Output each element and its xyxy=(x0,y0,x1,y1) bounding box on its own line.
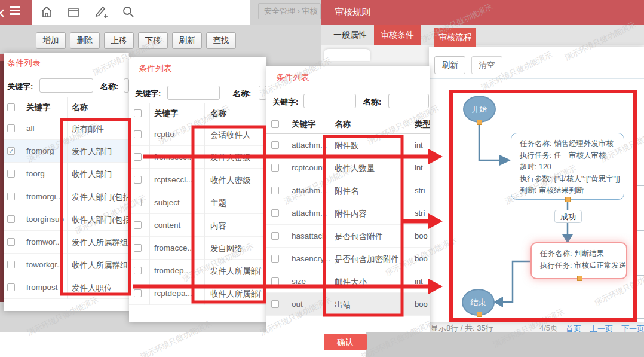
panel3-name-input[interactable] xyxy=(388,94,429,108)
flow-clear-button[interactable]: 清空 xyxy=(471,56,502,74)
start-node-handle[interactable] xyxy=(477,120,482,125)
confirm-button[interactable]: 确认 xyxy=(324,334,367,350)
toolbar-button-2[interactable]: 删除 xyxy=(70,32,100,49)
row-checkbox[interactable] xyxy=(271,187,279,194)
row-key: fromorgi... xyxy=(26,192,63,201)
table-row[interactable]: attachm...附件数int xyxy=(266,134,430,157)
task1-node-handle[interactable] xyxy=(565,197,571,202)
row-key: attachm... xyxy=(292,186,327,195)
flow-task1-node[interactable]: 任务名称: 销售经理外发审核执行任务: 任一审核人审核超时: 120执行参数: … xyxy=(511,133,624,200)
select-all-checkbox[interactable] xyxy=(271,120,279,128)
table-row[interactable]: toworkgr...收件人所属群组 xyxy=(4,254,129,276)
row-checkbox[interactable] xyxy=(7,261,15,268)
table-row[interactable]: frompost发件人职位 xyxy=(4,276,129,299)
flow-connectors xyxy=(429,78,644,322)
row-checkbox[interactable] xyxy=(7,283,15,291)
tab-audit-conditions[interactable]: 审核条件 xyxy=(374,25,421,45)
table-row[interactable]: ✓fromorg发件人部门 xyxy=(4,140,129,163)
flow-task2-node[interactable]: 任务名称: 判断结果执行任务: 审核后正常发送 xyxy=(530,242,627,279)
panel1-name-label: 名称: xyxy=(100,81,118,92)
column-divider xyxy=(149,103,150,305)
toolbar-button-5[interactable]: 刷新 xyxy=(172,32,202,49)
row-checkbox[interactable] xyxy=(271,164,279,172)
row-checkbox[interactable] xyxy=(271,141,279,149)
table-row[interactable]: fromwor...发件人所属群组 xyxy=(4,231,129,254)
column-header: 关键字 xyxy=(292,119,316,130)
select-all-checkbox[interactable] xyxy=(7,103,15,111)
row-checkbox[interactable] xyxy=(271,300,279,308)
table-row[interactable]: all所有邮件 xyxy=(4,117,129,140)
row-checkbox[interactable] xyxy=(7,124,15,132)
panel2-name-input[interactable] xyxy=(259,86,266,100)
flow-node-text: 执行任务: 任一审核人审核 xyxy=(520,150,615,162)
panel2-keyword-input[interactable] xyxy=(167,86,220,100)
flow-start-node[interactable]: 开始 xyxy=(463,96,496,123)
row-name: 附件名 xyxy=(335,186,359,197)
tab-general[interactable]: 一般属性 xyxy=(329,25,372,45)
end-node-handle[interactable] xyxy=(477,312,482,317)
tab-audit-flow[interactable]: 审核流程 xyxy=(434,28,476,47)
row-checkbox[interactable] xyxy=(271,232,279,240)
toolbar-button-4[interactable]: 下移 xyxy=(138,32,168,49)
row-checkbox[interactable] xyxy=(7,238,15,246)
table-row[interactable]: out出站boo xyxy=(266,293,430,316)
table-row[interactable]: attachm...附件内容stri xyxy=(266,202,430,225)
table-row[interactable]: size邮件大小int xyxy=(266,270,430,293)
table-row[interactable]: hasattach是否包含附件boo xyxy=(266,225,430,248)
column-header: 关键字 xyxy=(154,108,179,119)
row-checkbox[interactable] xyxy=(134,267,142,274)
row-checkbox[interactable] xyxy=(134,289,142,297)
table-row[interactable]: toorginsub收件人部门(包括 xyxy=(4,208,129,231)
row-name: 收件人所属部门 xyxy=(210,289,266,300)
table-row[interactable]: rcptcount收件人数量int xyxy=(266,157,430,179)
row-name: 是否包含附件 xyxy=(335,231,383,242)
toolbar-button-1[interactable]: 增加 xyxy=(36,32,66,49)
row-checkbox[interactable] xyxy=(7,170,15,178)
row-type: boo xyxy=(415,300,428,309)
search-icon[interactable] xyxy=(121,5,136,19)
row-key: attachm... xyxy=(292,141,327,149)
select-all-checkbox[interactable] xyxy=(134,109,142,117)
row-checkbox[interactable] xyxy=(134,221,142,229)
table-row[interactable]: hasencry...是否包含加密附件boo xyxy=(266,248,430,270)
table-row[interactable]: fromorgi...发件人部门(包括 xyxy=(4,185,129,208)
row-checkbox[interactable] xyxy=(7,215,15,223)
toolbar-button-6[interactable]: 查找 xyxy=(206,32,236,49)
row-checkbox[interactable] xyxy=(271,255,279,263)
panel1-keyword-input[interactable] xyxy=(39,78,93,93)
table-row[interactable]: attachm...附件名stri xyxy=(266,179,430,202)
task2-node-handle[interactable] xyxy=(577,276,582,281)
compose-icon[interactable] xyxy=(93,4,109,20)
table-row[interactable]: toorg收件人部门 xyxy=(4,163,129,185)
row-checkbox[interactable] xyxy=(134,153,142,161)
row-type: stri xyxy=(415,186,425,195)
row-type: stri xyxy=(415,209,425,218)
row-checkbox[interactable] xyxy=(271,209,279,217)
row-type: int xyxy=(415,277,423,286)
column-divider xyxy=(410,114,410,316)
row-checkbox[interactable] xyxy=(134,176,142,184)
column-divider xyxy=(204,103,205,305)
row-checkbox[interactable] xyxy=(7,193,15,200)
dialog-header[interactable]: 审核规则 xyxy=(321,0,644,25)
panel1-name-input[interactable] xyxy=(124,78,129,93)
flow-refresh-button[interactable]: 刷新 xyxy=(434,56,465,74)
row-checkbox[interactable] xyxy=(271,277,279,285)
window-icon[interactable] xyxy=(66,5,81,20)
row-checkbox[interactable] xyxy=(134,199,142,206)
column-divider xyxy=(67,97,68,299)
column-divider xyxy=(286,114,286,316)
row-key: rcptdepa... xyxy=(154,289,192,298)
panel3-keyword-input[interactable] xyxy=(303,94,356,108)
row-checkbox[interactable] xyxy=(134,130,142,138)
home-icon[interactable] xyxy=(39,5,54,19)
row-key: toorg xyxy=(26,169,45,178)
hamburger-icon[interactable] xyxy=(10,6,20,16)
row-checkbox[interactable]: ✓ xyxy=(7,147,15,155)
toolbar-button-3[interactable]: 上移 xyxy=(104,32,134,49)
toolbar: 增加删除上移下移刷新查找 xyxy=(0,25,323,54)
row-key: toworkgr... xyxy=(26,260,63,269)
row-checkbox[interactable] xyxy=(134,244,142,252)
column-header: 关键字 xyxy=(26,102,51,113)
breadcrumb[interactable]: 安全管理 › 审核 xyxy=(258,3,321,19)
